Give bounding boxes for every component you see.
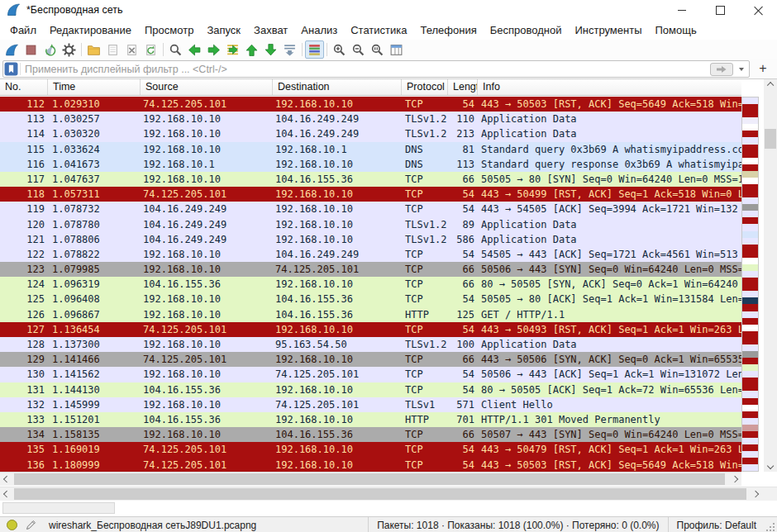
capture-options-button[interactable]: [60, 40, 79, 59]
packet-cell-destination: 192.168.10.10: [273, 382, 402, 397]
packet-row-113[interactable]: 1131.030257192.168.10.10104.16.249.249TL…: [0, 112, 741, 126]
minimap-stripe: [742, 158, 758, 164]
packet-row-134[interactable]: 1341.158135192.168.10.10104.16.155.36TCP…: [0, 427, 741, 442]
resize-columns-button[interactable]: [387, 40, 406, 59]
packet-cell-destination: 104.16.249.249: [273, 247, 402, 262]
colorize-packets-button[interactable]: [305, 40, 324, 59]
menu-item-wireless[interactable]: Беспроводной: [484, 21, 569, 39]
filter-bookmark-icon[interactable]: [4, 62, 18, 76]
scroll-left-button[interactable]: [0, 487, 13, 501]
packet-cell-destination: 192.168.10.10: [273, 412, 402, 427]
menu-item-analyze[interactable]: Анализ: [294, 21, 344, 39]
packet-row-121[interactable]: 1211.078806104.16.249.249192.168.10.10TL…: [0, 232, 741, 247]
column-header-destination[interactable]: Destination: [273, 79, 402, 95]
packet-row-120[interactable]: 1201.078780104.16.249.249192.168.10.10TL…: [0, 217, 741, 232]
go-last-packet-button[interactable]: [261, 40, 280, 59]
column-header-protocol[interactable]: Protocol: [402, 79, 448, 95]
close-file-button[interactable]: [122, 40, 141, 59]
profile-selector[interactable]: Профиль: Default: [669, 520, 765, 531]
menu-item-statistics[interactable]: Статистика: [344, 21, 413, 39]
packet-row-118[interactable]: 1181.05731174.125.205.101192.168.10.10TC…: [0, 187, 741, 202]
packet-row-129[interactable]: 1291.14146674.125.205.101192.168.10.10TC…: [0, 352, 741, 367]
packet-list-horizontal-scrollbar[interactable]: [0, 472, 741, 486]
packet-row-132[interactable]: 1321.145999192.168.10.1074.125.205.101TL…: [0, 397, 741, 412]
packet-cell-protocol: TCP: [402, 458, 448, 473]
packet-cell-length: 89: [448, 217, 478, 232]
close-button[interactable]: [739, 0, 777, 21]
save-file-button[interactable]: [103, 40, 122, 59]
packet-row-135[interactable]: 1351.16901974.125.205.101192.168.10.10TC…: [0, 442, 741, 457]
column-header-length[interactable]: Length: [448, 79, 478, 95]
menu-item-telephony[interactable]: Телефония: [413, 21, 483, 39]
menu-item-go[interactable]: Запуск: [200, 21, 247, 39]
packet-row-126[interactable]: 1261.096867192.168.10.10104.16.155.36HTT…: [0, 307, 741, 322]
display-filter-field[interactable]: [2, 60, 750, 78]
menu-item-tools[interactable]: Инструменты: [568, 21, 648, 39]
packet-row-136[interactable]: 1361.18099974.125.205.101192.168.10.10TC…: [0, 458, 741, 473]
scroll-right-button[interactable]: [749, 487, 762, 501]
zoom-out-button[interactable]: [349, 40, 368, 59]
packet-row-112[interactable]: 1121.02931074.125.205.101192.168.10.10TC…: [0, 97, 741, 112]
filter-dropdown-button[interactable]: [736, 62, 747, 76]
zoom-original-button[interactable]: [368, 40, 387, 59]
scroll-right-button[interactable]: [728, 473, 741, 486]
horizontal-scrollbar-thumb[interactable]: [14, 488, 746, 500]
reload-file-button[interactable]: [141, 40, 160, 59]
column-header-source[interactable]: Source: [141, 79, 273, 95]
column-header-no[interactable]: No.: [0, 79, 48, 95]
packet-row-116[interactable]: 1161.041673192.168.10.1192.168.10.10DNS1…: [0, 157, 741, 172]
auto-scroll-button[interactable]: [280, 40, 299, 59]
packet-row-128[interactable]: 1281.137300192.168.10.1095.163.54.50TLSv…: [0, 337, 741, 352]
apply-filter-button[interactable]: [710, 63, 733, 76]
column-header-time[interactable]: Time: [48, 79, 141, 95]
packet-row-133[interactable]: 1331.151201104.16.155.36192.168.10.10HTT…: [0, 412, 741, 427]
packet-row-125[interactable]: 1251.096408192.168.10.10104.16.155.36TCP…: [0, 292, 741, 306]
packet-row-123[interactable]: 1231.079985192.168.10.1074.125.205.101TC…: [0, 262, 741, 277]
go-forward-button[interactable]: [204, 40, 223, 59]
maximize-button[interactable]: [701, 0, 739, 21]
start-capture-button[interactable]: [2, 40, 21, 59]
go-back-button[interactable]: [185, 40, 204, 59]
vertical-scrollbar-thumb[interactable]: [765, 129, 776, 149]
menu-item-edit[interactable]: Редактирование: [43, 21, 138, 39]
resize-grip-icon[interactable]: [765, 521, 775, 532]
restart-capture-button[interactable]: [41, 40, 60, 59]
menu-item-capture[interactable]: Захват: [247, 21, 294, 39]
open-file-button[interactable]: [84, 40, 103, 59]
minimize-button[interactable]: [663, 0, 701, 21]
packet-row-115[interactable]: 1151.033624192.168.10.10192.168.10.1DNS8…: [0, 142, 741, 157]
find-packet-button[interactable]: [166, 40, 185, 59]
packet-row-124[interactable]: 1241.096319104.16.155.36192.168.10.10TCP…: [0, 277, 741, 292]
collapsed-pane-scrollbar[interactable]: [2, 502, 115, 514]
menu-item-file[interactable]: Файл: [3, 21, 43, 39]
display-filter-input[interactable]: [21, 64, 710, 75]
packet-row-131[interactable]: 1311.144130104.16.155.36192.168.10.10TCP…: [0, 382, 741, 397]
column-header-info[interactable]: Info: [478, 79, 741, 95]
go-first-packet-button[interactable]: [242, 40, 261, 59]
lower-horizontal-scrollbar[interactable]: [0, 487, 777, 501]
packet-row-117[interactable]: 1171.047637192.168.10.10104.16.155.36TCP…: [0, 172, 741, 187]
packet-row-119[interactable]: 1191.078732104.16.249.249192.168.10.10TC…: [0, 202, 741, 216]
vertical-scrollbar[interactable]: [764, 79, 777, 472]
packet-row-127[interactable]: 1271.13645474.125.205.101192.168.10.10TC…: [0, 322, 741, 337]
scroll-down-button[interactable]: [764, 460, 777, 472]
menu-item-view[interactable]: Просмотр: [138, 21, 200, 39]
packet-counts: Пакеты: 1018 · Показаны: 1018 (100.0%) ·…: [368, 517, 668, 532]
menu-item-help[interactable]: Помощь: [649, 21, 703, 39]
packet-row-114[interactable]: 1141.030320192.168.10.10104.16.249.249TL…: [0, 126, 741, 141]
expert-info-icon[interactable]: [7, 520, 17, 530]
packet-row-130[interactable]: 1301.141562192.168.10.1074.125.205.101TC…: [0, 367, 741, 382]
packet-row-122[interactable]: 1221.078822192.168.10.10104.16.249.249TC…: [0, 247, 741, 262]
scroll-left-button[interactable]: [0, 473, 13, 486]
scroll-up-button[interactable]: [764, 79, 777, 91]
go-to-packet-button[interactable]: [223, 40, 242, 59]
intelligent-scrollbar-minimap[interactable]: [741, 97, 759, 472]
save-file-icon: [106, 43, 120, 57]
capture-comment-icon[interactable]: [25, 519, 37, 531]
zoom-in-button[interactable]: [330, 40, 349, 59]
horizontal-scrollbar-thumb[interactable]: [14, 473, 725, 485]
packet-cell-destination: 192.168.10.1: [273, 142, 402, 157]
stop-capture-button[interactable]: [21, 40, 41, 59]
packet-cell-time: 1.096319: [48, 277, 141, 292]
add-filter-button[interactable]: +: [753, 61, 773, 76]
